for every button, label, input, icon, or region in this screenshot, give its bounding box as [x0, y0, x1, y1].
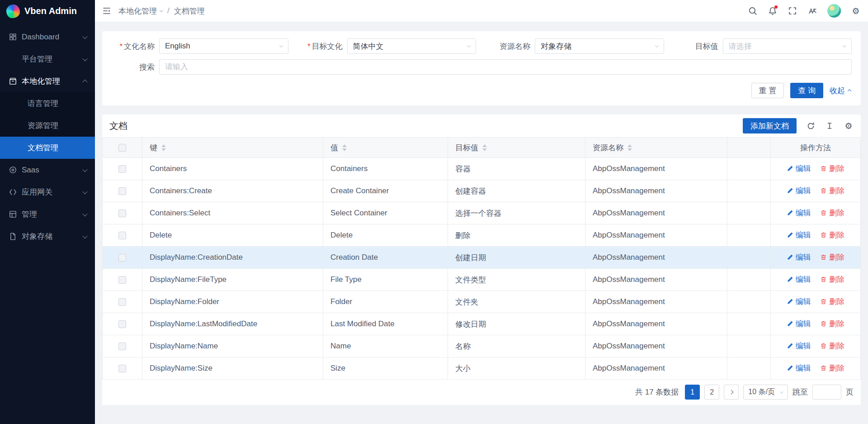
- filter-target-value: 目标值 请选择: [675, 38, 852, 54]
- search-icon[interactable]: [748, 6, 758, 16]
- table-row[interactable]: DisplayName:FileType File Type 文件类型 AbpO…: [103, 269, 861, 291]
- row-checkbox[interactable]: [118, 343, 126, 350]
- row-checkbox[interactable]: [118, 187, 126, 195]
- user-avatar[interactable]: [827, 4, 841, 18]
- row-checkbox[interactable]: [118, 165, 126, 173]
- table-row[interactable]: DisplayName:CreationDate Creation Date 创…: [103, 247, 861, 269]
- row-checkbox[interactable]: [118, 298, 126, 306]
- sidebar-item-saas[interactable]: Saas: [0, 159, 95, 181]
- table-row[interactable]: DisplayName:Name Name 名称 AbpOssManagemen…: [103, 335, 861, 357]
- cell-empty: [727, 180, 771, 202]
- column-header-resource-name[interactable]: 资源名称: [585, 138, 727, 158]
- delete-button[interactable]: 删除: [820, 341, 844, 351]
- column-header-target-value[interactable]: 目标值: [448, 138, 585, 158]
- select-all-checkbox[interactable]: [118, 144, 126, 152]
- jump-page-input[interactable]: [812, 385, 841, 400]
- delete-button[interactable]: 删除: [820, 274, 844, 285]
- fullscreen-icon[interactable]: [788, 6, 797, 16]
- delete-button[interactable]: 删除: [820, 319, 844, 329]
- sidebar-item-language-management[interactable]: 语言管理: [0, 92, 95, 114]
- delete-button[interactable]: 删除: [820, 186, 844, 196]
- edit-button[interactable]: 编辑: [787, 252, 811, 262]
- culture-name-select[interactable]: English: [159, 38, 288, 54]
- row-checkbox[interactable]: [118, 210, 126, 217]
- sort-icon[interactable]: [482, 144, 487, 151]
- cell-empty: [727, 158, 771, 180]
- next-page-button[interactable]: [724, 385, 739, 400]
- table-row[interactable]: Containers:Create Create Container 创建容器 …: [103, 180, 861, 202]
- edit-button[interactable]: 编辑: [787, 274, 811, 285]
- cell-value: Select Container: [323, 202, 448, 224]
- search-input[interactable]: [159, 59, 852, 75]
- sidebar-item-resource-management[interactable]: 资源管理: [0, 114, 95, 137]
- chevron-down-icon: [82, 233, 87, 238]
- row-checkbox[interactable]: [118, 320, 126, 328]
- edit-button[interactable]: 编辑: [787, 341, 811, 351]
- column-header-actions: 操作方法: [771, 138, 861, 158]
- sort-icon[interactable]: [342, 144, 347, 151]
- cell-empty: [727, 224, 771, 247]
- delete-button[interactable]: 删除: [820, 296, 844, 307]
- menu-fold-icon[interactable]: [102, 6, 111, 15]
- page-button-2[interactable]: 2: [704, 385, 719, 400]
- chevron-down-icon: [82, 56, 87, 61]
- row-checkbox[interactable]: [118, 365, 126, 372]
- query-button[interactable]: 查 询: [790, 83, 823, 98]
- resource-name-select[interactable]: 对象存储: [535, 38, 664, 54]
- reset-button[interactable]: 重 置: [751, 83, 784, 98]
- sidebar-item-gateway[interactable]: 应用网关: [0, 181, 95, 203]
- table-row[interactable]: DisplayName:LastModifiedDate Last Modifi…: [103, 313, 861, 335]
- app-logo[interactable]: Vben Admin: [0, 0, 95, 22]
- target-culture-select[interactable]: 简体中文: [347, 38, 476, 54]
- pagination-total: 共 17 条数据: [635, 387, 679, 397]
- edit-button[interactable]: 编辑: [787, 186, 811, 196]
- breadcrumb-parent[interactable]: 本地化管理: [118, 6, 163, 16]
- row-height-icon[interactable]: [825, 121, 835, 131]
- table-row[interactable]: Delete Delete 删除 AbpOssManagement 编辑: [103, 224, 861, 247]
- delete-button[interactable]: 删除: [820, 163, 844, 174]
- delete-button[interactable]: 删除: [820, 230, 844, 240]
- delete-button[interactable]: 删除: [820, 208, 844, 218]
- cell-value: Folder: [323, 291, 448, 313]
- edit-button[interactable]: 编辑: [787, 163, 811, 174]
- add-document-button[interactable]: 添加新文档: [743, 118, 797, 133]
- sidebar-item-platform[interactable]: 平台管理: [0, 48, 95, 70]
- column-header-value[interactable]: 值: [323, 138, 448, 158]
- edit-button[interactable]: 编辑: [787, 363, 811, 373]
- sidebar-item-object-storage[interactable]: 对象存储: [0, 225, 95, 248]
- sidebar-item-localization[interactable]: 本地化管理: [0, 70, 95, 92]
- row-checkbox[interactable]: [118, 254, 126, 262]
- table-row[interactable]: DisplayName:Folder Folder 文件夹 AbpOssMana…: [103, 291, 861, 313]
- pencil-icon: [787, 320, 793, 327]
- delete-button[interactable]: 删除: [820, 252, 844, 262]
- delete-button[interactable]: 删除: [820, 363, 844, 373]
- row-checkbox[interactable]: [118, 232, 126, 239]
- notification-bell-icon[interactable]: [768, 6, 778, 16]
- settings-gear-icon[interactable]: ⚙: [851, 6, 861, 16]
- sidebar-item-document-management[interactable]: 文档管理: [0, 137, 95, 159]
- edit-button[interactable]: 编辑: [787, 230, 811, 240]
- page-size-select[interactable]: 10 条/页: [743, 385, 788, 400]
- collapse-toggle[interactable]: 收起: [830, 86, 851, 96]
- translate-icon[interactable]: [807, 6, 817, 16]
- row-checkbox[interactable]: [118, 276, 126, 284]
- table-row[interactable]: Containers:Select Select Container 选择一个容…: [103, 202, 861, 224]
- sort-icon[interactable]: [627, 144, 632, 151]
- table-row[interactable]: Containers Containers 容器 AbpOssManagemen…: [103, 158, 861, 180]
- refresh-icon[interactable]: [806, 121, 816, 131]
- edit-button[interactable]: 编辑: [787, 296, 811, 307]
- target-value-select[interactable]: 请选择: [723, 38, 852, 54]
- column-settings-gear-icon[interactable]: ⚙: [844, 121, 854, 131]
- sidebar-item-dashboard[interactable]: Dashboard: [0, 26, 95, 48]
- column-header-key[interactable]: 键: [142, 138, 323, 158]
- sort-icon[interactable]: [161, 144, 166, 151]
- admin-icon: [8, 210, 17, 219]
- page-button-1[interactable]: 1: [685, 385, 700, 400]
- edit-button[interactable]: 编辑: [787, 319, 811, 329]
- trash-icon: [820, 298, 827, 305]
- sidebar-item-admin[interactable]: 管理: [0, 203, 95, 225]
- filter-culture-name: *文化名称 English: [111, 38, 288, 54]
- chevron-down-icon: [467, 43, 471, 47]
- edit-button[interactable]: 编辑: [787, 208, 811, 218]
- table-row[interactable]: DisplayName:Size Size 大小 AbpOssManagemen…: [103, 357, 861, 380]
